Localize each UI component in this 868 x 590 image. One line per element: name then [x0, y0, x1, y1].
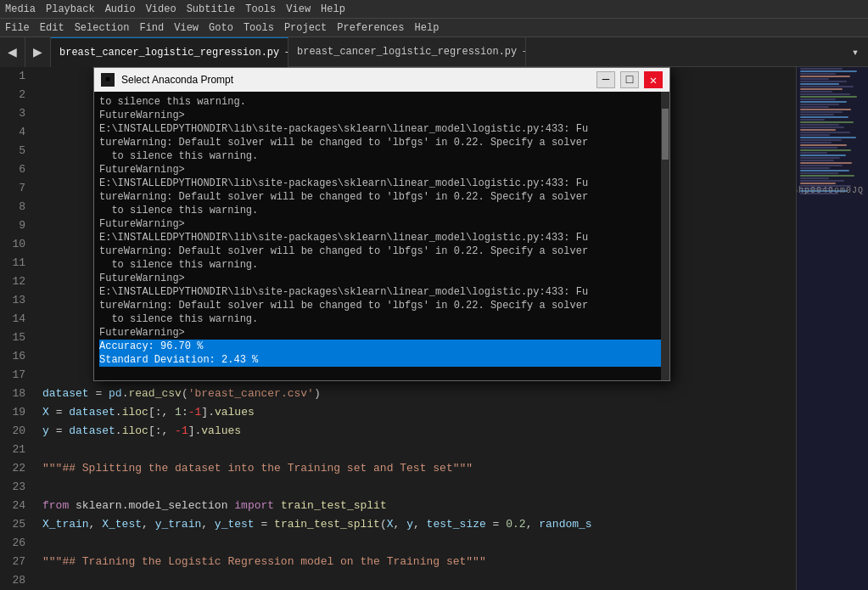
terminal-body[interactable]: to silence this warning. FutureWarning> …	[94, 92, 669, 380]
menu-tools2[interactable]: Tools	[244, 22, 274, 34]
line-numbers: 1 2 3 4 5 6 7 8 9 10 11 12 13 14 15 16 1…	[0, 67, 34, 590]
code-line-24: from sklearn.model_selection import trai…	[42, 497, 787, 515]
tab-bar: ◀ ▶ breast_cancer_logistic_regression.py…	[0, 37, 868, 67]
terminal-accuracy-line: Accuracy: 96.70 %	[99, 340, 664, 353]
code-line-25: X_train, X_test, y_train, y_test = train…	[42, 515, 787, 534]
menu-view[interactable]: View	[286, 3, 311, 15]
tab-nav-prev[interactable]: ◀	[0, 37, 25, 67]
menu-playback[interactable]: Playback	[46, 3, 95, 15]
terminal-window: ■ Select Anaconda Prompt ─ □ ✕ to silenc…	[93, 67, 670, 381]
terminal-close-button[interactable]: ✕	[644, 71, 663, 88]
menu-edit[interactable]: Edit	[40, 22, 64, 34]
terminal-scrollbar[interactable]	[661, 92, 669, 380]
code-line-26	[42, 534, 787, 553]
terminal-title: Select Anaconda Prompt	[121, 74, 591, 86]
tab-1-label: breast_cancer_logistic_regression.py — E…	[59, 47, 288, 59]
menu-goto[interactable]: Goto	[209, 22, 233, 34]
terminal-output: to silence this warning. FutureWarning> …	[99, 95, 664, 340]
terminal-icon: ■	[101, 73, 115, 87]
terminal-minimize-button[interactable]: ─	[596, 71, 615, 88]
menu-find[interactable]: Find	[139, 22, 164, 34]
menu-tools[interactable]: Tools	[245, 3, 276, 15]
menu-view2[interactable]: View	[174, 22, 199, 34]
menu-selection[interactable]: Selection	[75, 22, 130, 34]
terminal-prompt: (base) E:\Machine Learning A TO Z hands …	[99, 367, 664, 380]
code-line-27: """## Training the Logistic Regression m…	[42, 553, 787, 571]
menu-help[interactable]: Help	[321, 3, 345, 15]
code-line-18: dataset = pd.read_csv('breast_cancer.csv…	[42, 385, 787, 403]
second-menu-bar: File Edit Selection Find View Goto Tools…	[0, 19, 868, 37]
code-line-22: """## Splitting the dataset into the Tra…	[42, 459, 787, 478]
menu-subtitle[interactable]: Subtitle	[187, 3, 236, 15]
code-area[interactable]: ■ Select Anaconda Prompt ─ □ ✕ to silenc…	[34, 67, 796, 590]
terminal-selected-text: Accuracy: 96.70 % Standard Deviation: 2.…	[99, 340, 664, 367]
terminal-scrollbar-thumb	[662, 109, 669, 160]
code-line-28	[42, 571, 787, 590]
menu-media[interactable]: Media	[5, 3, 36, 15]
menu-file[interactable]: File	[5, 22, 30, 34]
menu-preferences[interactable]: Preferences	[337, 22, 404, 34]
minimap-thumbnail: Shp0049om0JQ	[797, 67, 868, 590]
terminal-titlebar: ■ Select Anaconda Prompt ─ □ ✕	[94, 68, 669, 92]
menu-help2[interactable]: Help	[415, 22, 440, 34]
menu-video[interactable]: Video	[146, 3, 176, 15]
tab-2-label: breast_cancer_logistic_regression.py — C…	[297, 46, 526, 58]
code-line-20: y = dataset.iloc[:, -1].values	[42, 422, 787, 441]
tab-1[interactable]: breast_cancer_logistic_regression.py — E…	[51, 37, 288, 67]
tab-nav-next[interactable]: ▶	[25, 37, 51, 67]
terminal-maximize-button[interactable]: □	[620, 71, 639, 88]
menu-project[interactable]: Project	[284, 22, 327, 34]
terminal-stddev-line: Standard Deviation: 2.43 %	[99, 353, 664, 367]
code-line-23	[42, 478, 787, 497]
hash-text: Shp0049om0JQ	[797, 186, 864, 195]
main-area: 1 2 3 4 5 6 7 8 9 10 11 12 13 14 15 16 1…	[0, 67, 868, 590]
tab-overflow-button[interactable]: ▾	[843, 37, 868, 67]
tab-2[interactable]: breast_cancer_logistic_regression.py — C…	[288, 37, 526, 67]
code-line-21	[42, 441, 787, 459]
menu-audio[interactable]: Audio	[105, 3, 136, 15]
right-panel: Shp0049om0JQ	[796, 67, 868, 590]
code-line-19: X = dataset.iloc[:, 1:-1].values	[42, 403, 787, 422]
top-menu-bar: Media Playback Audio Video Subtitle Tool…	[0, 0, 868, 19]
